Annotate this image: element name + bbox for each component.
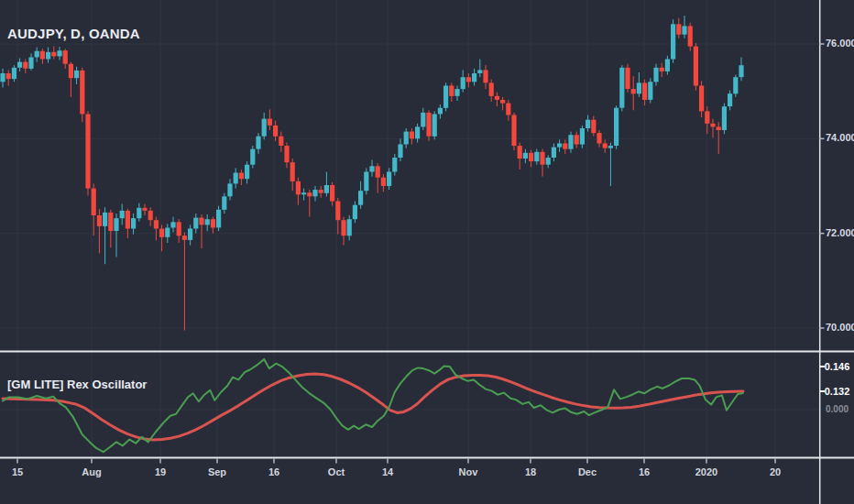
time-axis-label: Sep: [197, 466, 237, 477]
candle-body: [120, 211, 125, 218]
oscillator-rex-line: [3, 359, 743, 452]
candle-body: [131, 218, 136, 228]
candle-body: [216, 210, 221, 228]
candle-body: [199, 218, 203, 225]
time-axis-label: 2020: [686, 466, 727, 477]
candle-body: [51, 52, 56, 57]
candle-body: [341, 220, 345, 236]
candle-body: [6, 73, 11, 79]
candle-body: [234, 173, 238, 184]
price-axis-label: 70.000: [826, 322, 854, 333]
chart-canvas[interactable]: [0, 0, 854, 504]
candle-body: [461, 77, 465, 89]
time-axis-label: 20: [755, 466, 795, 477]
oscillator-zero-label: 0.000: [826, 404, 849, 414]
candle-body: [245, 165, 249, 180]
indicator-title[interactable]: [GM LITE] Rex Oscillator: [7, 378, 147, 391]
candle-body: [563, 144, 567, 149]
candle-body: [676, 24, 681, 34]
chart-window: AUDJPY, D, OANDA [GM LITE] Rex Oscillato…: [0, 0, 854, 504]
candle-body: [159, 229, 164, 237]
candle-body: [500, 100, 505, 104]
candle-body: [466, 77, 471, 82]
candle-body: [660, 68, 664, 71]
time-axis-label: 14: [367, 466, 408, 477]
candle-body: [529, 153, 533, 161]
candle-body: [205, 219, 210, 225]
candle-body: [57, 50, 61, 56]
candle-body: [733, 77, 738, 93]
candle-body: [540, 152, 544, 165]
price-axis-label: 74.000: [826, 132, 854, 143]
candle-body: [12, 68, 16, 79]
candle-body: [369, 166, 374, 171]
candle-body: [603, 144, 608, 148]
candle-body: [625, 68, 630, 89]
candle-body: [353, 205, 357, 220]
candle-body: [432, 115, 437, 137]
oscillator-value-badge: 0.132: [820, 379, 854, 403]
candle-body: [421, 113, 425, 126]
candle-body: [69, 64, 73, 79]
candle-body: [552, 148, 556, 158]
candle-body: [705, 111, 709, 123]
candle-body: [182, 236, 187, 240]
candle-body: [619, 68, 624, 108]
candle-body: [637, 82, 641, 93]
candle-body: [381, 178, 386, 186]
candle-body: [614, 108, 619, 146]
candle-body: [177, 222, 181, 236]
candle-body: [137, 208, 141, 218]
candle-body: [387, 172, 391, 187]
candle-body: [279, 137, 283, 146]
candle-body: [648, 82, 652, 100]
candle-body: [358, 191, 363, 205]
candle-body: [347, 219, 352, 236]
candle-body: [324, 185, 329, 193]
candle-body: [506, 104, 510, 115]
candle-body: [483, 70, 487, 82]
candle-body: [728, 93, 732, 106]
candle-body: [319, 190, 323, 193]
time-axis-label: 15: [0, 466, 38, 477]
candle-body: [398, 145, 402, 159]
candle-body: [92, 189, 96, 215]
candle-body: [35, 51, 39, 58]
candle-body: [717, 126, 721, 130]
candle-body: [28, 58, 33, 69]
candle-body: [364, 172, 368, 192]
candle-body: [376, 166, 380, 177]
candle-body: [222, 196, 226, 210]
candle-body: [0, 73, 5, 82]
candle-body: [426, 113, 431, 137]
candle-body: [518, 146, 522, 159]
candle-body: [608, 146, 613, 148]
candle-body: [46, 52, 50, 60]
candle-body: [523, 153, 528, 159]
candle-body: [653, 68, 658, 82]
candle-body: [454, 89, 459, 96]
symbol-title[interactable]: AUDJPY, D, OANDA: [7, 26, 140, 41]
axis-tick-icon: [820, 390, 825, 392]
candle-body: [443, 86, 448, 108]
candle-body: [438, 108, 443, 115]
candle-body: [108, 213, 113, 231]
candle-body: [671, 24, 675, 59]
candle-body: [568, 135, 573, 149]
candle-body: [63, 50, 68, 63]
candle-body: [262, 119, 267, 137]
oscillator-value: 0.132: [825, 386, 850, 397]
candle-body: [74, 71, 79, 78]
candle-body: [23, 62, 27, 69]
candle-body: [312, 190, 317, 196]
candle-body: [597, 133, 601, 143]
price-axis-label: 72.000: [826, 227, 854, 238]
time-axis-label: 16: [254, 466, 294, 477]
candle-body: [290, 162, 295, 181]
candle-body: [148, 211, 153, 220]
candle-body: [591, 120, 596, 134]
candle-body: [126, 211, 130, 229]
candle-body: [142, 208, 147, 211]
candle-body: [335, 202, 340, 221]
oscillator-signal-value: 0.146: [825, 361, 850, 372]
